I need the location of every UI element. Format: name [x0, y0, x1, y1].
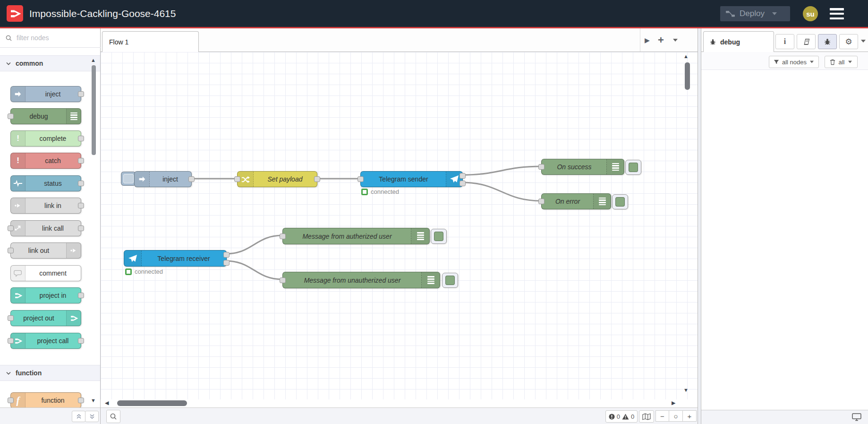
category-function[interactable]: function	[0, 365, 100, 381]
flow-list-caret-icon[interactable]	[673, 39, 678, 42]
debug-clear-button[interactable]: all	[825, 56, 858, 68]
input-port[interactable]	[8, 398, 14, 403]
debug-toggle-button[interactable]	[431, 229, 447, 244]
palette-node-status[interactable]: status	[10, 175, 81, 191]
collapse-all-button[interactable]	[72, 411, 85, 422]
output-port[interactable]	[78, 181, 84, 186]
input-port[interactable]	[538, 164, 545, 170]
palette-node-function[interactable]: f function	[10, 392, 81, 408]
input-port[interactable]	[8, 315, 14, 321]
flow-node-on-error[interactable]: On error	[541, 193, 611, 209]
debug-toggle-button[interactable]	[442, 273, 458, 288]
input-port[interactable]	[234, 176, 240, 182]
notifications-badge[interactable]: 0 0	[605, 410, 638, 423]
sidebar-tabs-caret-icon[interactable]	[861, 40, 866, 43]
category-common[interactable]: common	[0, 55, 100, 71]
flow-node-telegram-receiver[interactable]: Telegram receiver	[124, 250, 227, 267]
flow-wires	[101, 52, 698, 399]
input-port[interactable]	[357, 176, 364, 182]
config-tab-button[interactable]: ⚙	[839, 34, 858, 49]
zoom-in-button[interactable]: +	[683, 410, 697, 422]
output-port[interactable]	[78, 158, 84, 164]
palette-scroll-down-icon[interactable]: ▼	[91, 398, 96, 403]
flow-node-message-authorized[interactable]: Message from autherized user	[282, 228, 430, 244]
trash-icon	[830, 59, 835, 65]
output-port[interactable]	[314, 176, 320, 182]
output-port-1[interactable]	[223, 252, 230, 258]
tab-debug[interactable]: debug	[703, 31, 774, 52]
flow-node-message-unauthorized[interactable]: Message from unautherized user	[282, 272, 440, 288]
palette-node-project-in[interactable]: project in	[10, 287, 81, 303]
palette-node-debug[interactable]: debug	[10, 108, 81, 124]
palette-node-complete[interactable]: ! complete	[10, 130, 81, 147]
palette-node-link-in[interactable]: link in	[10, 198, 81, 214]
help-tab-button[interactable]	[797, 34, 816, 49]
input-port[interactable]	[8, 338, 14, 344]
canvas-scroll-right-icon[interactable]: ▶	[672, 400, 675, 406]
canvas-search-button[interactable]	[106, 410, 120, 423]
user-avatar[interactable]: su	[803, 6, 818, 21]
output-port-2[interactable]	[223, 260, 230, 266]
output-port-2[interactable]	[460, 181, 466, 186]
input-port[interactable]	[8, 225, 14, 231]
tab-scroll-right-icon[interactable]: ▶	[645, 37, 650, 43]
input-port[interactable]	[280, 234, 286, 239]
flow-node-inject[interactable]: inject	[134, 171, 192, 187]
flow-node-telegram-sender[interactable]: Telegram sender	[360, 171, 463, 187]
open-debug-window-button[interactable]	[852, 413, 861, 423]
sidebar-tabbar: debug i ⚙	[701, 28, 868, 52]
input-port[interactable]	[280, 277, 286, 283]
zoom-reset-button[interactable]: ○	[669, 410, 683, 422]
output-port[interactable]	[78, 338, 84, 344]
output-port[interactable]	[78, 91, 84, 97]
palette-node-project-out[interactable]: project out	[10, 310, 81, 326]
canvas-scroll-left-icon[interactable]: ◀	[105, 400, 109, 406]
info-tab-button[interactable]: i	[775, 34, 794, 49]
add-flow-button[interactable]: +	[658, 34, 664, 46]
main-menu-button[interactable]	[830, 8, 844, 19]
palette-node-inject[interactable]: inject	[10, 86, 81, 102]
input-port[interactable]	[538, 199, 545, 204]
palette-node-catch[interactable]: ! catch	[10, 153, 81, 169]
palette-node-project-call[interactable]: project call	[10, 333, 81, 349]
flow-node-set-payload[interactable]: Set payload	[237, 171, 317, 187]
palette-node-link-call[interactable]: link call	[10, 220, 81, 236]
output-port-1[interactable]	[460, 173, 466, 179]
tab-flow-1[interactable]: Flow 1	[102, 31, 199, 52]
palette-node-label: comment	[11, 266, 81, 281]
debug-toggle-button[interactable]	[612, 194, 628, 209]
output-port[interactable]	[78, 293, 84, 298]
output-port[interactable]	[78, 203, 84, 208]
output-port[interactable]	[78, 136, 84, 141]
instance-title: Impossible-Cackling-Goose-4615	[29, 0, 176, 27]
zoom-out-button[interactable]: −	[655, 410, 669, 422]
deploy-button[interactable]: Deploy	[720, 6, 790, 21]
sidebar-resize-handle[interactable]	[698, 28, 701, 424]
caret-down-icon	[848, 61, 852, 63]
debug-toolbar: all nodes all	[701, 52, 868, 70]
deploy-options-caret-icon[interactable]	[772, 12, 777, 15]
debug-filter-button[interactable]: all nodes	[769, 56, 819, 68]
palette-node-comment[interactable]: comment	[10, 265, 81, 281]
expand-all-button[interactable]	[85, 411, 99, 422]
node-status: connected	[125, 268, 163, 275]
filter-nodes-input[interactable]	[16, 34, 88, 42]
debug-tab-button[interactable]	[818, 34, 837, 49]
output-port[interactable]	[78, 398, 84, 403]
navigator-button[interactable]	[639, 410, 654, 423]
debug-toggle-button[interactable]	[625, 160, 641, 175]
canvas-hscrollbar-thumb[interactable]	[117, 400, 187, 406]
debug-message-list[interactable]	[701, 70, 868, 410]
input-port[interactable]	[8, 248, 14, 253]
palette-node-label: status	[11, 176, 81, 191]
output-port[interactable]	[78, 225, 84, 231]
input-port[interactable]	[8, 113, 14, 119]
search-icon	[110, 413, 117, 420]
workspace-tabbar: Flow 1 ▶ +	[101, 28, 698, 52]
flow-node-on-success[interactable]: On success	[541, 159, 624, 175]
output-port[interactable]	[188, 176, 195, 182]
info-icon: i	[784, 37, 786, 46]
palette-scroll-up-icon[interactable]: ▲	[91, 58, 96, 63]
palette-node-link-out[interactable]: link out	[10, 242, 81, 259]
palette-scrollbar-thumb[interactable]	[92, 65, 96, 155]
